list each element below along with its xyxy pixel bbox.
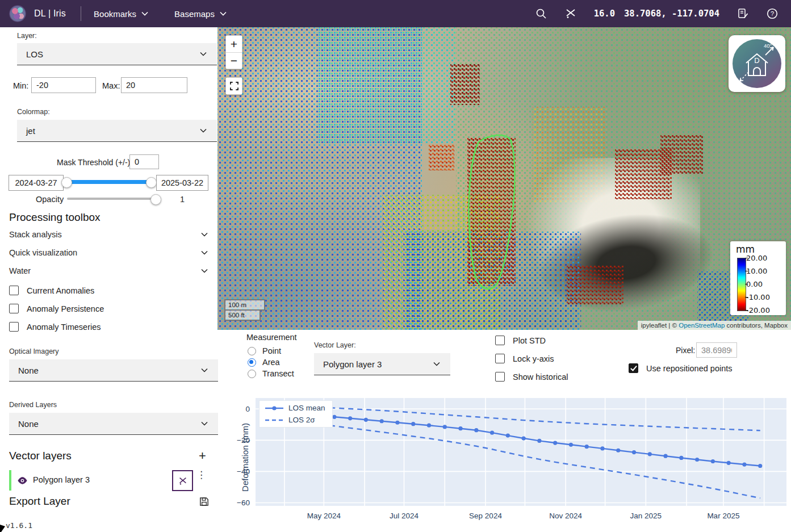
lock-y-axis-checkbox[interactable] — [495, 354, 505, 363]
scale-metric: 100 m — [224, 299, 265, 311]
anomaly-timeseries-checkbox[interactable] — [9, 322, 19, 332]
svg-text:Nov 2024: Nov 2024 — [549, 512, 582, 520]
zoom-in-button[interactable]: + — [226, 36, 242, 52]
date-range-slider-track[interactable] — [67, 180, 150, 184]
checkbox-row-anomaly-timeseries[interactable]: Anomaly Timeseries — [9, 322, 101, 332]
mouse-cursor — [0, 525, 8, 532]
divider — [81, 6, 81, 21]
checkbox-row-plot-std[interactable]: Plot STD — [495, 336, 546, 345]
edit-tools-icon — [178, 476, 188, 486]
map-attribution: ipyleaflet | © OpenStreetMap contributor… — [638, 321, 791, 330]
add-vector-layer-button[interactable]: + — [199, 449, 206, 463]
search-icon[interactable] — [535, 7, 547, 20]
measurement-label: Measurement — [246, 333, 297, 342]
incidence-angle: 40° — [764, 43, 772, 49]
max-input[interactable] — [121, 77, 187, 93]
chevron-down-icon — [199, 49, 208, 58]
look-direction-widget[interactable]: D 40° — [729, 35, 785, 92]
checkbox-row-current-anomalies[interactable]: Current Anomalies — [9, 286, 94, 295]
timeseries-chart[interactable]: Deformation (mm) 0−20−40−60May 2024Jul 2… — [217, 393, 791, 527]
notes-edit-icon[interactable] — [736, 7, 749, 20]
basemaps-menu[interactable]: Basemaps — [174, 9, 228, 19]
measure-tools-icon[interactable] — [564, 7, 577, 20]
checkbox-row-show-historical[interactable]: Show historical — [495, 372, 568, 382]
svg-text:May 2024: May 2024 — [307, 512, 341, 520]
vector-layer-row[interactable]: Polygon layer 3 ⋮ — [9, 470, 209, 491]
layer-select[interactable]: LOS — [17, 43, 217, 65]
use-repositioned-checkbox[interactable] — [629, 363, 638, 373]
save-floppy-icon[interactable] — [199, 496, 210, 507]
visibility-eye-icon[interactable] — [17, 475, 28, 486]
measurement-radio-point[interactable]: Point — [248, 346, 281, 355]
app-version: v1.6.1 — [6, 521, 32, 530]
jet-colorbar — [737, 258, 746, 311]
scale-imperial: 500 ft — [224, 311, 261, 321]
zoom-control: + − — [225, 35, 242, 69]
optical-imagery-select[interactable]: None — [9, 359, 218, 382]
use-repositioned-row[interactable]: Use repositioned points — [629, 363, 733, 373]
colorbar-tick: -20.00 — [746, 307, 770, 314]
min-input[interactable] — [31, 77, 96, 93]
toolbox-accordion-stack-analysis[interactable]: Stack analysis — [9, 230, 209, 239]
app-logo — [9, 5, 26, 22]
openstreetmap-link[interactable]: OpenStreetMap — [679, 322, 725, 329]
colormap-select[interactable]: jet — [17, 120, 217, 142]
anomaly-persistence-checkbox[interactable] — [9, 304, 19, 313]
derived-layers-select[interactable]: None — [9, 413, 218, 435]
fullscreen-icon — [230, 82, 238, 90]
legend-entry-sigma[interactable]: LOS 2σ — [265, 416, 325, 424]
date-start-box[interactable]: 2024-03-27 — [9, 175, 64, 191]
opacity-value: 1 — [180, 195, 185, 204]
toolbox-accordion-quick-visualization[interactable]: Quick visualization — [9, 248, 209, 257]
date-slider-handle-start[interactable] — [61, 177, 72, 188]
chevron-down-icon — [199, 126, 208, 135]
derived-layers-label: Derived Layers — [9, 401, 57, 409]
chevron-down-icon — [140, 9, 149, 18]
svg-text:D: D — [754, 56, 759, 65]
opacity-slider-track[interactable] — [67, 198, 158, 200]
transect-radio[interactable] — [248, 370, 256, 378]
chevron-down-icon — [432, 359, 441, 368]
vector-polygon-outline[interactable] — [456, 129, 535, 300]
vector-layer-select[interactable]: Polygon layer 3 — [314, 353, 450, 375]
opacity-slider-handle[interactable] — [150, 194, 161, 205]
colorbar-legend: mm 20.0010.000.00-10.00-20.00 — [730, 241, 786, 315]
date-slider-handle-end[interactable] — [146, 177, 157, 188]
legend-units: mm — [736, 244, 755, 255]
colormap-label: Colormap: — [17, 108, 50, 116]
svg-text:Sep 2024: Sep 2024 — [469, 512, 502, 520]
checkbox-row-anomaly-persistence[interactable]: Anomaly Persistence — [9, 304, 104, 313]
current-anomalies-checkbox[interactable] — [9, 286, 19, 295]
fullscreen-button[interactable] — [226, 78, 242, 94]
export-layer-title: Export Layer — [9, 495, 70, 508]
pixel-input[interactable] — [696, 342, 737, 358]
layer-options-kebab-icon[interactable]: ⋮ — [196, 472, 204, 477]
layer-select-value: LOS — [26, 49, 43, 59]
map-canvas[interactable]: + − 100 m 500 ft ipyleaflet | © OpenStre… — [217, 27, 791, 330]
plot-std-checkbox[interactable] — [495, 336, 505, 345]
help-icon[interactable]: ? — [766, 7, 779, 20]
bookmarks-menu[interactable]: Bookmarks — [94, 9, 149, 19]
chart-legend[interactable]: LOS meanLOS 2σ — [259, 400, 333, 428]
zoom-out-button[interactable]: − — [226, 52, 242, 69]
colorbar-tick: -10.00 — [746, 294, 770, 301]
processing-toolbox-title: Processing toolbox — [9, 211, 101, 224]
colormap-select-value: jet — [26, 126, 35, 136]
area-radio[interactable] — [248, 358, 256, 367]
svg-text:Jul 2024: Jul 2024 — [390, 512, 419, 520]
show-historical-checkbox[interactable] — [495, 372, 505, 382]
vector-layers-title: Vector layers — [9, 450, 72, 462]
checkbox-row-lock-y-axis[interactable]: Lock y-axis — [495, 354, 554, 363]
use-repositioned-label: Use repositioned points — [646, 364, 733, 373]
edit-polygon-button[interactable] — [172, 470, 193, 491]
svg-text:Jan 2025: Jan 2025 — [630, 512, 662, 520]
toolbox-accordion-water[interactable]: Water — [9, 266, 209, 275]
colorbar-tick: 0.00 — [746, 280, 763, 288]
point-radio[interactable] — [248, 347, 256, 355]
measurement-radio-transect[interactable]: Transect — [248, 369, 294, 378]
mask-threshold-input[interactable] — [129, 154, 159, 169]
vector-layer-name: Polygon layer 3 — [33, 475, 90, 484]
legend-entry-mean[interactable]: LOS mean — [265, 404, 325, 412]
date-end-box[interactable]: 2025-03-22 — [156, 175, 208, 191]
measurement-radio-area[interactable]: Area — [248, 358, 280, 367]
